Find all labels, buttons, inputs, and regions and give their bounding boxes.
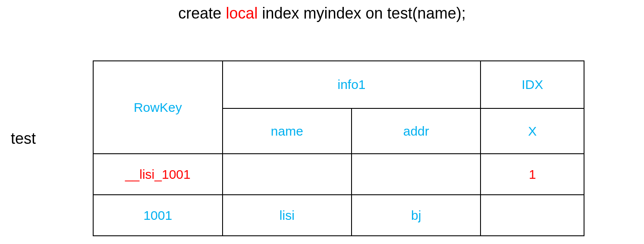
header-name: name [223,108,352,154]
sql-statement: create local index myindex on test(name)… [0,4,644,22]
table-row: __lisi_1001 1 [93,154,584,195]
cell-x [481,195,584,236]
cell-name [223,154,352,195]
cell-rowkey: __lisi_1001 [93,154,223,195]
sql-post: index myindex on test(name); [258,4,465,22]
table-name-label: test [11,130,36,148]
header-addr: addr [352,108,481,154]
cell-addr: bj [352,195,481,236]
cell-rowkey: 1001 [93,195,223,236]
cell-addr [352,154,481,195]
sql-keyword: local [226,4,258,22]
table-row: 1001 lisi bj [93,195,584,236]
sql-pre: create [178,4,226,22]
header-info1: info1 [223,61,481,108]
header-x: X [481,108,584,154]
cell-name: lisi [223,195,352,236]
header-idx: IDX [481,61,584,108]
cell-x: 1 [481,154,584,195]
header-rowkey: RowKey [93,61,223,154]
data-table: RowKey info1 IDX name addr X __lisi_1001… [93,60,584,236]
